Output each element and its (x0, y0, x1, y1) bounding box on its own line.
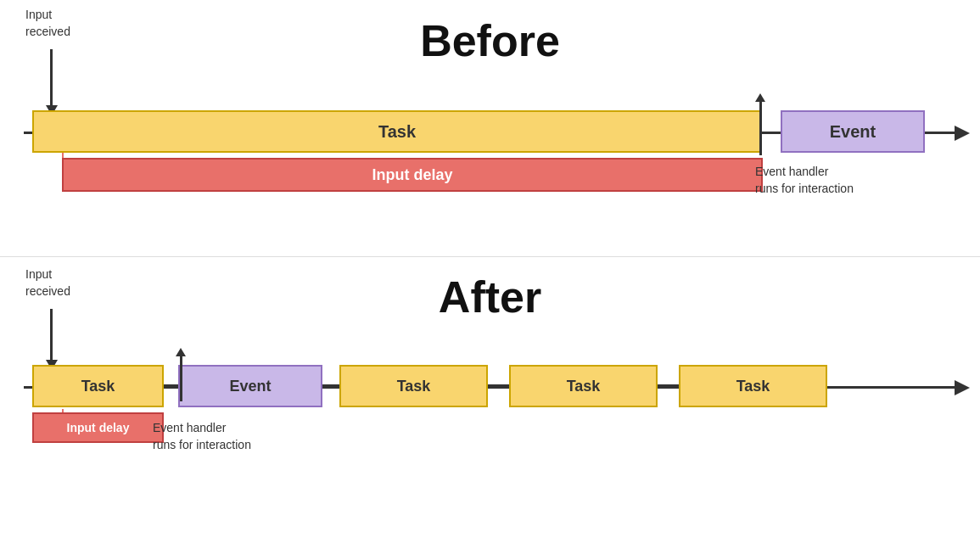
connector-3 (488, 384, 509, 387)
before-arrow-right-icon (955, 126, 970, 141)
after-input-arrow-down-icon (50, 309, 53, 361)
after-task-bar-1: Task (32, 365, 164, 407)
before-title: Before (0, 15, 980, 66)
after-event-bar: Event (178, 365, 322, 407)
after-title: After (0, 272, 980, 322)
after-section: After Inputreceived Task Event Task Task (0, 263, 980, 549)
after-task-bar-2: Task (339, 365, 488, 407)
before-input-delay-bar: Input delay (62, 158, 763, 192)
diagram-container: Before Inputreceived Task Event Input de… (0, 0, 980, 549)
before-event-arrow-up-icon (759, 100, 762, 155)
after-event-handler-label: Event handlerruns for interaction (153, 420, 251, 453)
after-arrow-right-icon (955, 380, 970, 395)
after-task-bar-3: Task (509, 365, 658, 407)
after-task-bar-4: Task (679, 365, 827, 407)
after-event-arrow-up-icon (180, 355, 182, 401)
after-input-received-label: Inputreceived (25, 266, 70, 300)
section-divider (0, 256, 980, 257)
connector-2 (322, 384, 339, 387)
connector-1 (164, 384, 178, 387)
before-input-received-label: Inputreceived (25, 7, 70, 40)
before-event-handler-label: Event handlerruns for interaction (755, 164, 854, 197)
connector-4 (658, 384, 679, 387)
before-event-bar: Event (781, 110, 925, 153)
before-section: Before Inputreceived Task Event Input de… (0, 0, 980, 255)
after-input-delay-bar: Input delay (32, 412, 164, 443)
before-input-arrow-down-icon (50, 49, 53, 107)
before-task-bar: Task (32, 110, 762, 153)
